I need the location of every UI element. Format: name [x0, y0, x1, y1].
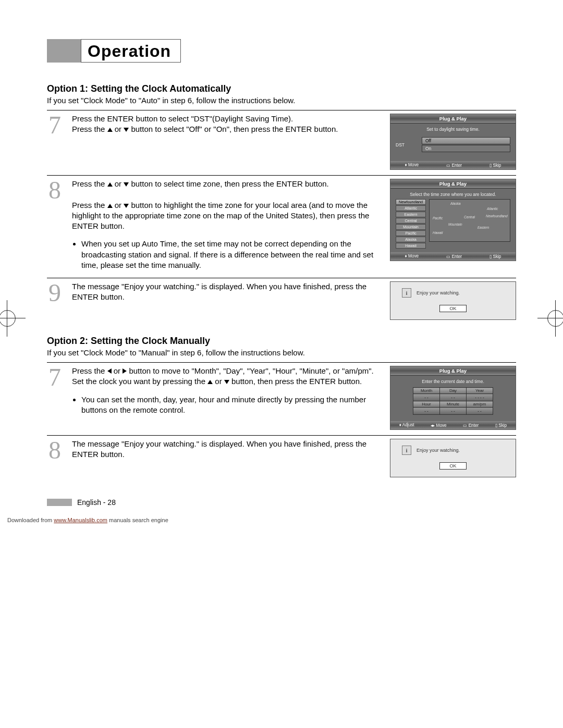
timezone-map: Alaska Hawaii Pacific Mountain Central E…	[429, 199, 510, 242]
hint-skip: ▯ Skip	[489, 163, 501, 168]
step-text: Press the or button to select time zone,…	[72, 179, 381, 273]
step-a9: 9 The message "Enjoy your watching." is …	[47, 278, 516, 320]
map-label: Pacific	[433, 216, 443, 220]
option1-intro: If you set "Clock Mode" to "Auto" in ste…	[47, 96, 516, 105]
ampm-value[interactable]: - -	[467, 408, 493, 415]
crop-mark-left	[0, 310, 16, 327]
month-value[interactable]: - -	[413, 394, 440, 401]
note-bullet: You can set the month, day, year, hour a…	[81, 394, 381, 416]
tz-item[interactable]: Eastern	[396, 212, 426, 217]
osd-title: Plug & Play	[390, 114, 516, 124]
map-label: Newfoundland	[486, 214, 508, 218]
dl-post: manuals search engine	[107, 517, 168, 523]
osd-clockset-panel: Plug & Play Enter the current date and t…	[390, 366, 516, 430]
text: or	[115, 125, 124, 133]
osd-help-text: Enter the current date and time.	[396, 379, 510, 384]
text: button, then press the ENTER button.	[231, 377, 362, 386]
page-footer: English - 28	[47, 498, 516, 507]
step-text: Press the ENTER button to select "DST"(D…	[72, 114, 381, 170]
hour-value[interactable]: - -	[413, 408, 440, 415]
day-value[interactable]: - -	[440, 394, 467, 401]
text: Press the	[72, 179, 107, 188]
step-number: 9	[47, 281, 63, 320]
hint-enter: ▭ Enter	[446, 254, 462, 259]
text: button to move to "Month", "Day", "Year"…	[129, 366, 373, 375]
step-b8: 8 The message "Enjoy your watching." is …	[47, 435, 516, 477]
hint-move: ♦ Move	[405, 254, 419, 259]
osd-footer: ♦ Move ▭ Enter ▯ Skip	[390, 161, 516, 169]
hint-skip: ▯ Skip	[495, 423, 507, 428]
manualslib-link[interactable]: www.Manualslib.com	[54, 517, 107, 523]
step-number: 7	[47, 366, 63, 430]
hint-skip: ▯ Skip	[489, 254, 501, 259]
minute-value[interactable]: - -	[440, 408, 467, 415]
enjoy-dialog: i Enjoy your watching. OK	[390, 281, 516, 320]
osd-body: Enter the current date and time. Month D…	[390, 376, 516, 421]
osd-body: Set to daylight saving time. DST Off On	[390, 124, 516, 161]
tz-item[interactable]: Alaska	[396, 237, 426, 242]
hint-enter: ▭ Enter	[463, 423, 479, 428]
tz-item[interactable]: Central	[396, 218, 426, 224]
step-text: The message "Enjoy your watching." is di…	[72, 439, 381, 477]
step-number: 8	[47, 439, 63, 477]
text: Press the	[72, 366, 107, 375]
map-label: Central	[464, 215, 475, 219]
hint-adjust: ♦ Adjust	[399, 423, 414, 428]
option1-heading: Option 1: Setting the Clock Automaticall…	[47, 83, 516, 94]
date-input-grid[interactable]: Month Day Year - - - - - - - - Hour Minu…	[413, 387, 493, 415]
col-header: Year	[467, 388, 493, 394]
tz-item[interactable]: Hawaii	[396, 243, 426, 249]
col-header: Minute	[440, 401, 467, 408]
manual-page: Operation Option 1: Setting the Clock Au…	[0, 0, 563, 527]
text: Press the	[72, 125, 107, 133]
left-arrow-icon	[107, 368, 112, 374]
timezone-list[interactable]: Newfoundland Atlantic Eastern Central Mo…	[396, 199, 426, 249]
down-arrow-icon	[124, 128, 129, 132]
dst-option-off[interactable]: Off	[422, 137, 510, 144]
text: or	[114, 366, 123, 375]
osd-body: Select the time zone where you are locat…	[390, 189, 516, 252]
tz-item[interactable]: Atlantic	[396, 205, 426, 211]
osd-footer: ♦ Move ▭ Enter ▯ Skip	[390, 252, 516, 261]
osd-dst-panel: Plug & Play Set to daylight saving time.…	[390, 114, 516, 170]
crop-mark-right	[547, 310, 563, 327]
tz-item[interactable]: Newfoundland	[396, 199, 426, 205]
up-arrow-icon	[207, 380, 213, 384]
text: button to select time zone, then press t…	[131, 179, 328, 188]
map-label: Eastern	[478, 226, 489, 229]
dialog-message: Enjoy your watching.	[417, 448, 460, 453]
map-label: Alaska	[450, 202, 461, 205]
map-label: Hawaii	[433, 231, 443, 235]
step-number: 8	[47, 179, 63, 273]
map-label: Atlantic	[487, 207, 498, 211]
dst-option-on[interactable]: On	[422, 145, 510, 152]
step-a8: 8 Press the or button to select time zon…	[47, 175, 516, 273]
step-number: 7	[47, 114, 63, 170]
dialog-message: Enjoy your watching.	[417, 290, 460, 295]
tz-item[interactable]: Pacific	[396, 230, 426, 236]
page-number: English - 28	[77, 498, 116, 507]
dst-label: DST	[396, 142, 422, 147]
enjoy-dialog: i Enjoy your watching. OK	[390, 439, 516, 477]
hint-move: ♦ Move	[405, 163, 419, 168]
text: or	[115, 201, 124, 209]
hint-enter: ▭ Enter	[446, 163, 462, 168]
title-bar: Operation	[47, 39, 516, 63]
up-arrow-icon	[107, 128, 113, 132]
col-header: Hour	[413, 401, 440, 408]
up-arrow-icon	[107, 204, 113, 208]
osd-footer: ♦ Adjust ◂▸ Move ▭ Enter ▯ Skip	[390, 421, 516, 429]
osd-help-text: Select the time zone where you are locat…	[396, 192, 510, 197]
note-bullet: When you set up Auto Time, the set time …	[81, 239, 381, 270]
ok-button[interactable]: OK	[439, 305, 466, 312]
col-header: Day	[440, 388, 467, 394]
page-title: Operation	[81, 39, 181, 63]
ok-button[interactable]: OK	[439, 462, 466, 470]
osd-title: Plug & Play	[390, 366, 516, 376]
text: Set the clock you want by pressing the	[72, 377, 207, 386]
tz-item[interactable]: Mountain	[396, 224, 426, 230]
right-arrow-icon	[123, 368, 127, 374]
osd-title: Plug & Play	[390, 179, 516, 189]
year-value[interactable]: - - - -	[467, 394, 493, 401]
download-attribution: Downloaded from www.Manualslib.com manua…	[7, 517, 168, 523]
